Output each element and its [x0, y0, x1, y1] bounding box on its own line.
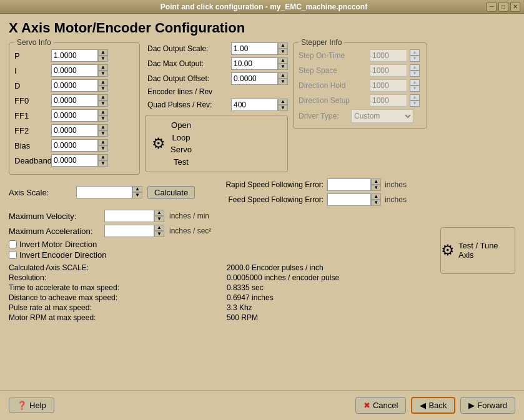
servo-label-3: FF0 [14, 96, 49, 105]
servo-down-6[interactable]: ▼ [98, 145, 108, 152]
dac-label-4: Quad Pulses / Rev: [147, 100, 229, 109]
servo-input-6[interactable] [51, 139, 98, 152]
servo-input-7[interactable] [51, 154, 98, 167]
stepper-down-3: ▼ [410, 100, 420, 107]
vel-up[interactable]: ▲ [154, 210, 164, 216]
axis-scale-spin: 2000.000 ▲ ▼ [76, 186, 142, 198]
servo-input-3[interactable] [51, 94, 98, 107]
max-accel-spin: 2.0 ▲ ▼ [104, 225, 164, 237]
dac-up-1[interactable]: ▲ [278, 57, 288, 64]
bottom-area: Axis Scale: 2000.000 ▲ ▼ Calculate Rapid… [9, 178, 515, 322]
stepper-down-0: ▼ [410, 56, 420, 62]
dac-label-2: Dac Output Offset: [147, 74, 229, 83]
gear-icon: ⚙ [152, 135, 166, 152]
feed-speed-spinbtns: ▲ ▼ [371, 193, 381, 206]
axis-scale-up[interactable]: ▲ [132, 186, 142, 192]
dac-input-0[interactable] [231, 42, 278, 55]
driver-type-select[interactable]: Custom [351, 109, 413, 123]
servo-up-6[interactable]: ▲ [98, 139, 108, 145]
servo-down-1[interactable]: ▼ [98, 71, 108, 77]
servo-up-5[interactable]: ▲ [98, 124, 108, 130]
stat-value-4: 3.3 Khz [227, 303, 434, 312]
dac-down-0[interactable]: ▼ [278, 49, 288, 55]
close-button[interactable]: ✕ [510, 2, 520, 12]
checkbox-0[interactable] [9, 240, 17, 248]
servo-up-0[interactable]: ▲ [98, 49, 108, 56]
stats-section: Calculated Axis SCALE:2000.0 Encoder pul… [9, 263, 434, 322]
dac-input-4[interactable] [231, 99, 278, 111]
forward-button[interactable]: ▶ Forward [460, 397, 515, 414]
servo-up-7[interactable]: ▲ [98, 154, 108, 160]
max-accel-input[interactable]: 2.0 [104, 225, 154, 237]
dac-down-2[interactable]: ▼ [278, 79, 288, 85]
dac-spin-2: ▲ ▼ [231, 72, 288, 85]
servo-up-3[interactable]: ▲ [98, 94, 108, 100]
vel-down[interactable]: ▼ [154, 216, 164, 222]
dac-down-1[interactable]: ▼ [278, 64, 288, 70]
stepper-up-0: ▲ [410, 49, 420, 56]
axis-scale-input[interactable]: 2000.000 [76, 186, 132, 198]
open-loop-box[interactable]: ⚙ OpenLoopServoTest [145, 115, 288, 172]
servo-down-4[interactable]: ▼ [98, 115, 108, 122]
calculate-button[interactable]: Calculate [147, 186, 195, 199]
servo-up-4[interactable]: ▲ [98, 109, 108, 115]
servo-down-3[interactable]: ▼ [98, 100, 108, 107]
minimize-button[interactable]: ─ [487, 2, 497, 12]
servo-spin-0: ▲ ▼ [51, 49, 108, 62]
axis-scale-down[interactable]: ▼ [132, 192, 142, 198]
rapid-speed-row: Rapid Speed Following Error: 0.0050 ▲ ▼ … [205, 178, 407, 191]
main-content: X Axis Motor/Encoder Configuration Servo… [0, 14, 524, 390]
servo-down-2[interactable]: ▼ [98, 85, 108, 92]
feed-down[interactable]: ▼ [371, 200, 381, 206]
servo-down-0[interactable]: ▼ [98, 56, 108, 62]
dac-input-1[interactable] [231, 57, 278, 70]
rapid-down[interactable]: ▼ [371, 185, 381, 191]
dac-up-4[interactable]: ▲ [278, 99, 288, 105]
stat-value-0: 2000.0 Encoder pulses / inch [227, 263, 434, 272]
dac-up-0[interactable]: ▲ [278, 42, 288, 49]
footer-left: ❓ Help [9, 398, 54, 413]
rapid-speed-input[interactable]: 0.0050 [327, 178, 371, 191]
servo-input-4[interactable] [51, 109, 98, 122]
maximize-button[interactable]: □ [498, 2, 508, 12]
dac-input-2[interactable] [231, 72, 278, 85]
feed-up[interactable]: ▲ [371, 193, 381, 200]
help-button[interactable]: ❓ Help [9, 398, 54, 413]
checkbox-row-0: Invert Motor Direction [9, 240, 434, 249]
test-tune-button[interactable]: ⚙ Test / Tune Axis [440, 227, 515, 274]
stat-label-5: Motor RPM at max speed: [9, 313, 214, 322]
back-button[interactable]: ◀ Back [411, 397, 455, 414]
feed-speed-input[interactable]: 0.0005 [327, 193, 371, 206]
axis-scale-spinbtns: ▲ ▼ [132, 186, 142, 198]
stepper-label-0: Step On-Time [299, 51, 367, 60]
checkbox-1[interactable] [9, 251, 17, 259]
servo-down-7[interactable]: ▼ [98, 160, 108, 167]
stat-label-2: Time to accelerate to max speed: [9, 283, 214, 292]
max-velocity-input[interactable]: 100 [104, 210, 154, 222]
cancel-button[interactable]: ✖ Cancel [355, 397, 406, 414]
rapid-speed-spinbtns: ▲ ▼ [371, 178, 381, 191]
dac-up-2[interactable]: ▲ [278, 72, 288, 79]
stepper-down-2: ▼ [410, 85, 420, 92]
max-velocity-spin: 100 ▲ ▼ [104, 210, 164, 222]
servo-input-1[interactable] [51, 64, 98, 77]
driver-type-row: Driver Type: Custom [299, 109, 422, 123]
stat-label-0: Calculated Axis SCALE: [9, 263, 214, 272]
stat-label-1: Resolution: [9, 273, 214, 282]
accel-up[interactable]: ▲ [154, 225, 164, 231]
servo-up-1[interactable]: ▲ [98, 64, 108, 71]
forward-icon: ▶ [468, 401, 475, 410]
rapid-up[interactable]: ▲ [371, 178, 381, 185]
servo-input-5[interactable] [51, 124, 98, 137]
servo-down-5[interactable]: ▼ [98, 130, 108, 137]
stat-value-5: 500 RPM [227, 313, 434, 322]
servo-input-2[interactable] [51, 79, 98, 92]
bottom-right: ⚙ Test / Tune Axis [440, 178, 515, 322]
servo-up-2[interactable]: ▲ [98, 79, 108, 85]
servo-input-0[interactable] [51, 49, 98, 62]
dac-down-4[interactable]: ▼ [278, 105, 288, 111]
dac-spin-4: ▲ ▼ [231, 99, 288, 111]
servo-row-6: Bias ▲ ▼ [14, 139, 134, 152]
accel-down[interactable]: ▼ [154, 231, 164, 237]
following-errors: Rapid Speed Following Error: 0.0050 ▲ ▼ … [205, 178, 407, 206]
